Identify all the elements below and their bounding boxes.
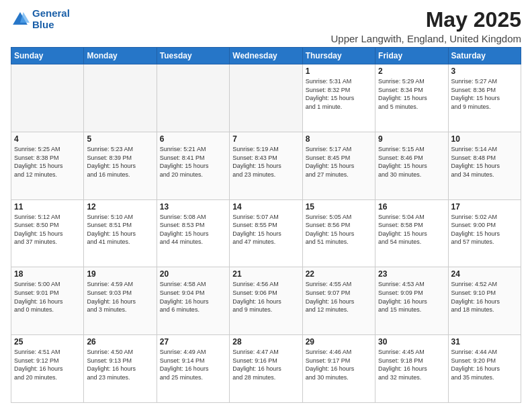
day-number: 7 [232,134,299,144]
day-number: 13 [160,202,226,212]
week-row-4: 18Sunrise: 5:00 AM Sunset: 9:01 PM Dayli… [11,267,521,335]
calendar-cell: 10Sunrise: 5:14 AM Sunset: 8:48 PM Dayli… [448,132,521,199]
calendar-cell: 5Sunrise: 5:23 AM Sunset: 8:39 PM Daylig… [84,132,157,199]
day-number: 25 [14,337,81,347]
weekday-header-row: SundayMondayTuesdayWednesdayThursdayFrid… [11,48,521,64]
calendar-cell: 21Sunrise: 4:56 AM Sunset: 9:06 PM Dayli… [230,267,302,335]
calendar-cell: 15Sunrise: 5:05 AM Sunset: 8:56 PM Dayli… [302,199,375,267]
day-number: 1 [306,66,372,76]
calendar-cell [157,64,229,132]
calendar-cell: 28Sunrise: 4:47 AM Sunset: 9:16 PM Dayli… [230,335,302,403]
weekday-header-monday: Monday [84,48,157,64]
calendar-cell: 14Sunrise: 5:07 AM Sunset: 8:55 PM Dayli… [230,199,302,267]
day-number: 6 [160,134,226,144]
page: General Blue May 2025 Upper Langwith, En… [0,0,532,411]
day-info: Sunrise: 5:23 AM Sunset: 8:39 PM Dayligh… [87,145,153,179]
location-title: Upper Langwith, England, United Kingdom [330,33,521,44]
day-info: Sunrise: 5:25 AM Sunset: 8:38 PM Dayligh… [14,145,81,179]
calendar-cell: 25Sunrise: 4:51 AM Sunset: 9:12 PM Dayli… [11,335,84,403]
day-number: 28 [232,337,299,347]
day-info: Sunrise: 4:47 AM Sunset: 9:16 PM Dayligh… [232,348,299,381]
week-row-5: 25Sunrise: 4:51 AM Sunset: 9:12 PM Dayli… [11,335,521,403]
calendar-cell: 23Sunrise: 4:53 AM Sunset: 9:09 PM Dayli… [375,267,448,335]
day-number: 11 [14,202,81,212]
week-row-1: 1Sunrise: 5:31 AM Sunset: 8:32 PM Daylig… [11,64,521,132]
week-row-2: 4Sunrise: 5:25 AM Sunset: 8:38 PM Daylig… [11,132,521,199]
day-number: 23 [378,269,445,279]
title-block: May 2025 Upper Langwith, England, United… [330,8,521,44]
day-info: Sunrise: 4:44 AM Sunset: 9:20 PM Dayligh… [451,348,518,381]
calendar-cell: 6Sunrise: 5:21 AM Sunset: 8:41 PM Daylig… [157,132,229,199]
calendar-cell [11,64,84,132]
calendar-cell: 20Sunrise: 4:58 AM Sunset: 9:04 PM Dayli… [157,267,229,335]
calendar-cell: 22Sunrise: 4:55 AM Sunset: 9:07 PM Dayli… [302,267,375,335]
day-number: 14 [232,202,299,212]
day-info: Sunrise: 5:31 AM Sunset: 8:32 PM Dayligh… [306,77,372,111]
calendar-cell: 19Sunrise: 4:59 AM Sunset: 9:03 PM Dayli… [84,267,157,335]
day-number: 4 [14,134,81,144]
day-info: Sunrise: 5:02 AM Sunset: 9:00 PM Dayligh… [451,213,518,246]
day-info: Sunrise: 5:05 AM Sunset: 8:56 PM Dayligh… [306,213,372,246]
calendar-cell: 4Sunrise: 5:25 AM Sunset: 8:38 PM Daylig… [11,132,84,199]
day-number: 5 [87,134,153,144]
day-info: Sunrise: 4:59 AM Sunset: 9:03 PM Dayligh… [87,280,153,314]
day-number: 27 [160,337,226,347]
logo-line1: General [32,8,70,19]
day-info: Sunrise: 4:50 AM Sunset: 9:13 PM Dayligh… [87,348,153,381]
day-number: 12 [87,202,153,212]
day-number: 16 [378,202,445,212]
calendar-cell: 1Sunrise: 5:31 AM Sunset: 8:32 PM Daylig… [302,64,375,132]
calendar-cell: 12Sunrise: 5:10 AM Sunset: 8:51 PM Dayli… [84,199,157,267]
day-info: Sunrise: 5:15 AM Sunset: 8:46 PM Dayligh… [378,145,445,179]
calendar-cell: 13Sunrise: 5:08 AM Sunset: 8:53 PM Dayli… [157,199,229,267]
weekday-header-tuesday: Tuesday [157,48,229,64]
weekday-header-friday: Friday [375,48,448,64]
day-info: Sunrise: 5:07 AM Sunset: 8:55 PM Dayligh… [232,213,299,246]
calendar-cell: 2Sunrise: 5:29 AM Sunset: 8:34 PM Daylig… [375,64,448,132]
calendar-cell: 27Sunrise: 4:49 AM Sunset: 9:14 PM Dayli… [157,335,229,403]
calendar-cell: 30Sunrise: 4:45 AM Sunset: 9:18 PM Dayli… [375,335,448,403]
day-number: 3 [451,66,518,76]
day-info: Sunrise: 5:04 AM Sunset: 8:58 PM Dayligh… [378,213,445,246]
calendar-cell: 7Sunrise: 5:19 AM Sunset: 8:43 PM Daylig… [230,132,302,199]
day-number: 20 [160,269,226,279]
day-info: Sunrise: 4:49 AM Sunset: 9:14 PM Dayligh… [160,348,226,381]
calendar-cell: 29Sunrise: 4:46 AM Sunset: 9:17 PM Dayli… [302,335,375,403]
day-number: 24 [451,269,518,279]
day-number: 17 [451,202,518,212]
day-info: Sunrise: 5:08 AM Sunset: 8:53 PM Dayligh… [160,213,226,246]
weekday-header-sunday: Sunday [11,48,84,64]
day-info: Sunrise: 5:19 AM Sunset: 8:43 PM Dayligh… [232,145,299,179]
weekday-header-saturday: Saturday [448,48,521,64]
day-info: Sunrise: 5:29 AM Sunset: 8:34 PM Dayligh… [378,77,445,111]
header: General Blue May 2025 Upper Langwith, En… [11,8,521,44]
day-info: Sunrise: 5:21 AM Sunset: 8:41 PM Dayligh… [160,145,226,179]
day-number: 31 [451,337,518,347]
day-number: 10 [451,134,518,144]
day-info: Sunrise: 4:55 AM Sunset: 9:07 PM Dayligh… [306,280,372,314]
day-info: Sunrise: 5:14 AM Sunset: 8:48 PM Dayligh… [451,145,518,179]
day-info: Sunrise: 5:10 AM Sunset: 8:51 PM Dayligh… [87,213,153,246]
calendar-cell: 11Sunrise: 5:12 AM Sunset: 8:50 PM Dayli… [11,199,84,267]
day-info: Sunrise: 5:12 AM Sunset: 8:50 PM Dayligh… [14,213,81,246]
month-title: May 2025 [330,8,521,32]
day-info: Sunrise: 4:46 AM Sunset: 9:17 PM Dayligh… [306,348,372,381]
calendar-cell: 3Sunrise: 5:27 AM Sunset: 8:36 PM Daylig… [448,64,521,132]
day-info: Sunrise: 5:17 AM Sunset: 8:45 PM Dayligh… [306,145,372,179]
day-number: 2 [378,66,445,76]
day-number: 30 [378,337,445,347]
logo-text: General Blue [32,8,70,30]
day-number: 8 [306,134,372,144]
calendar-cell: 16Sunrise: 5:04 AM Sunset: 8:58 PM Dayli… [375,199,448,267]
logo-line2: Blue [32,19,70,31]
day-info: Sunrise: 5:00 AM Sunset: 9:01 PM Dayligh… [14,280,81,314]
day-number: 15 [306,202,372,212]
calendar-cell: 18Sunrise: 5:00 AM Sunset: 9:01 PM Dayli… [11,267,84,335]
day-number: 22 [306,269,372,279]
calendar-cell: 26Sunrise: 4:50 AM Sunset: 9:13 PM Dayli… [84,335,157,403]
weekday-header-wednesday: Wednesday [230,48,302,64]
week-row-3: 11Sunrise: 5:12 AM Sunset: 8:50 PM Dayli… [11,199,521,267]
day-info: Sunrise: 4:51 AM Sunset: 9:12 PM Dayligh… [14,348,81,381]
day-number: 21 [232,269,299,279]
day-number: 26 [87,337,153,347]
